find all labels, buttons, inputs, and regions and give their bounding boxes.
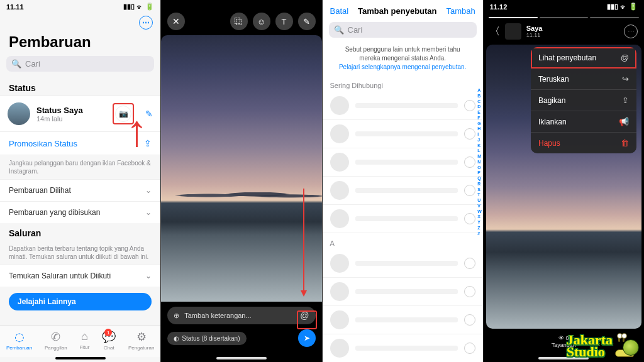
alpha-L[interactable]: L bbox=[477, 148, 482, 154]
menu-view-mentions[interactable]: Lihat penyebutan@ bbox=[531, 47, 636, 69]
checkbox[interactable] bbox=[464, 343, 475, 354]
views-button[interactable]: 👁 0 Tayangan bbox=[552, 335, 576, 348]
share-icon: ⇪ bbox=[622, 96, 629, 105]
contact-row[interactable] bbox=[323, 148, 483, 177]
alpha-V[interactable]: V bbox=[477, 204, 482, 209]
more-menu-button[interactable]: ⋯ bbox=[139, 16, 153, 30]
alpha-G[interactable]: G bbox=[477, 121, 482, 127]
contact-row[interactable] bbox=[323, 205, 483, 233]
share-icon[interactable]: ⇪ bbox=[144, 138, 152, 148]
status-image[interactable]: Lihat penyebutan@ Teruskan↪ Bagikan⇪ Ikl… bbox=[486, 45, 641, 329]
explore-button[interactable]: Jelajahi Lainnya bbox=[9, 293, 152, 310]
text-button[interactable]: T bbox=[275, 13, 293, 30]
contact-row[interactable] bbox=[323, 120, 483, 148]
alpha-R[interactable]: R bbox=[477, 182, 482, 187]
alpha-I[interactable]: I bbox=[477, 132, 482, 138]
tab-calls[interactable]: ✆Panggilan bbox=[45, 330, 67, 351]
alpha-H[interactable]: H bbox=[477, 126, 482, 132]
caption-input[interactable]: ⊕ Tambah keterangan... @ bbox=[167, 307, 315, 324]
camera-button[interactable]: 📷 bbox=[115, 106, 131, 122]
annotation-arrow bbox=[303, 189, 304, 295]
alpha-index[interactable]: ABCDEFGHIJKLMNOPQRSTUVWXYZ# bbox=[477, 88, 482, 236]
sticker-button[interactable]: ☺ bbox=[253, 13, 270, 30]
alpha-N[interactable]: N bbox=[477, 160, 482, 165]
find-channels-label: Temukan Saluran untuk Diikuti bbox=[9, 272, 111, 280]
privacy-chip[interactable]: ◐ Status (8 disertakan) bbox=[167, 332, 246, 345]
compose-button[interactable]: ✎ bbox=[145, 109, 153, 119]
muted-updates-row[interactable]: Pembaruan yang dibisukan ⌄ bbox=[0, 201, 160, 223]
alpha-X[interactable]: X bbox=[477, 214, 482, 220]
tab-chat[interactable]: 💬1Chat bbox=[102, 330, 116, 351]
alpha-Q[interactable]: Q bbox=[477, 176, 482, 182]
status-image-preview[interactable] bbox=[161, 35, 321, 302]
back-button[interactable]: 〈 bbox=[490, 25, 500, 38]
avatar bbox=[330, 339, 349, 358]
alpha-F[interactable]: F bbox=[477, 116, 482, 121]
alpha-B[interactable]: B bbox=[477, 94, 482, 99]
contact-row[interactable] bbox=[323, 334, 483, 362]
tab-tools[interactable]: ⌂Fitur bbox=[79, 330, 89, 351]
alpha-A[interactable]: A bbox=[477, 88, 482, 94]
checkbox[interactable] bbox=[464, 314, 475, 326]
checkbox[interactable] bbox=[464, 286, 475, 297]
alpha-U[interactable]: U bbox=[477, 198, 482, 204]
alpha-D[interactable]: D bbox=[477, 104, 482, 110]
alpha-E[interactable]: E bbox=[477, 110, 482, 116]
viewed-updates-row[interactable]: Pembaruan Dilihat ⌄ bbox=[0, 179, 160, 201]
alpha-W[interactable]: W bbox=[477, 209, 482, 215]
battery-icon: 🔋 bbox=[629, 3, 638, 11]
menu-share[interactable]: Bagikan⇪ bbox=[531, 90, 636, 111]
checkbox[interactable] bbox=[464, 156, 475, 168]
alpha-S[interactable]: S bbox=[477, 187, 482, 193]
add-button[interactable]: Tambah bbox=[447, 6, 475, 16]
promote-status-row[interactable]: Promosikan Status ⇪ bbox=[0, 132, 160, 155]
tab-settings[interactable]: ⚙Pengaturan bbox=[128, 330, 154, 351]
alpha-P[interactable]: P bbox=[477, 170, 482, 176]
learn-more-link[interactable]: Pelajari selengkapnya mengenai penyebuta… bbox=[339, 63, 466, 70]
alpha-M[interactable]: M bbox=[477, 154, 482, 160]
camera-icon: 📷 bbox=[119, 109, 128, 118]
my-status-row[interactable]: Status Saya 14m lalu 📷 ✎ bbox=[0, 96, 160, 132]
find-channels-row[interactable]: Temukan Saluran untuk Diikuti ⌄ bbox=[0, 265, 160, 287]
contact-row[interactable] bbox=[323, 177, 483, 205]
cancel-button[interactable]: Batal bbox=[330, 6, 349, 16]
alpha-K[interactable]: K bbox=[477, 143, 482, 149]
menu-forward[interactable]: Teruskan↪ bbox=[531, 69, 636, 90]
editor-toolbar: ✕ ⿻ ☺ T ✎ bbox=[161, 0, 321, 35]
menu-advertise[interactable]: Iklankan📢 bbox=[531, 111, 636, 133]
signal-icon: ▮▮▯ bbox=[607, 3, 618, 11]
signal-icon: ▮▮▯ bbox=[123, 3, 135, 11]
checkbox[interactable] bbox=[464, 128, 475, 140]
alpha-Z[interactable]: Z bbox=[477, 226, 482, 231]
contact-row[interactable] bbox=[323, 278, 483, 306]
checkbox[interactable] bbox=[464, 213, 475, 224]
contact-row[interactable] bbox=[323, 306, 483, 334]
send-icon: ➤ bbox=[304, 334, 310, 343]
my-status-sub: 14m lalu bbox=[36, 115, 106, 123]
close-button[interactable]: ✕ bbox=[167, 13, 185, 30]
alpha-C[interactable]: C bbox=[477, 99, 482, 105]
avatar bbox=[330, 181, 349, 200]
menu-delete[interactable]: Hapus🗑 bbox=[531, 133, 636, 153]
contact-row[interactable] bbox=[323, 250, 483, 278]
alpha-T[interactable]: T bbox=[477, 192, 482, 198]
tab-updates[interactable]: ◌Pembaruan bbox=[6, 330, 32, 351]
draw-button[interactable]: ✎ bbox=[298, 13, 316, 30]
crop-icon: ⿻ bbox=[235, 17, 243, 26]
checkbox[interactable] bbox=[464, 185, 475, 196]
alpha-O[interactable]: O bbox=[477, 165, 482, 171]
checkbox[interactable] bbox=[464, 258, 475, 269]
alpha-#[interactable]: # bbox=[477, 231, 482, 237]
alpha-J[interactable]: J bbox=[477, 138, 482, 143]
my-status-title: Status Saya bbox=[36, 106, 106, 115]
more-menu-button[interactable]: ⋯ bbox=[624, 25, 638, 38]
send-button[interactable]: ➤ bbox=[298, 329, 316, 347]
search-input[interactable]: 🔍 Cari bbox=[329, 22, 477, 38]
search-input[interactable]: 🔍 Cari bbox=[6, 56, 154, 72]
avatar bbox=[330, 310, 349, 329]
checkbox[interactable] bbox=[464, 100, 475, 111]
crop-button[interactable]: ⿻ bbox=[230, 13, 248, 30]
contact-row[interactable] bbox=[323, 92, 483, 120]
status-icon: ◌ bbox=[14, 330, 25, 344]
alpha-Y[interactable]: Y bbox=[477, 220, 482, 226]
